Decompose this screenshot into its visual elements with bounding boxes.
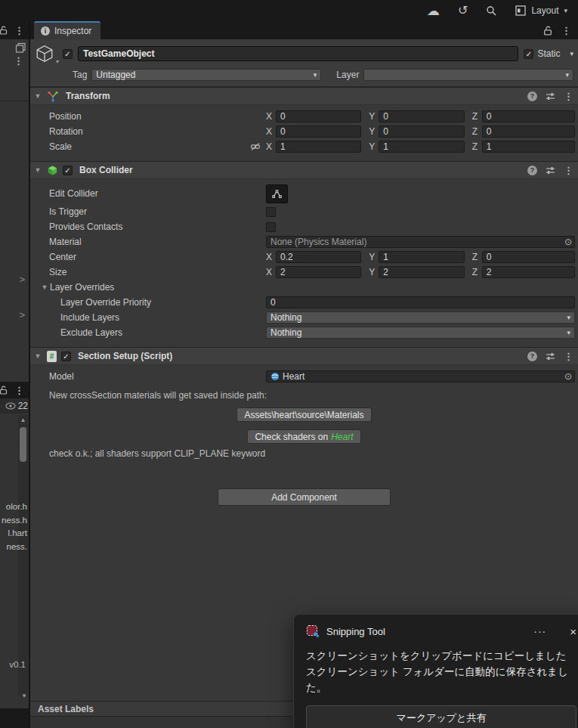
model-icon <box>270 372 280 381</box>
component-enabled-checkbox[interactable]: ✓ <box>61 352 71 361</box>
scrollbar-up-icon[interactable]: ▲ <box>18 417 28 423</box>
layer-overrides-foldout[interactable]: ▼ Layer Overrides <box>30 280 578 295</box>
presets-icon[interactable] <box>546 91 555 101</box>
is-trigger-checkbox[interactable] <box>266 207 276 217</box>
size-row: Size X2 Y2 Z2 <box>30 265 578 280</box>
static-toggle[interactable]: ✓ Static <box>524 48 560 59</box>
tag-dropdown[interactable]: Untagged ▾ <box>91 69 321 81</box>
box-collider-header[interactable]: ▼ ✓ Box Collider ? ⋮ <box>30 161 578 179</box>
section-setup-header[interactable]: ▼ # ✓ Section Setup (Script) ? ⋮ <box>30 347 578 365</box>
close-icon[interactable]: × <box>570 625 576 638</box>
transform-header[interactable]: ▼ Transform ? ⋮ <box>30 87 578 105</box>
list-item[interactable]: ness.h <box>0 514 27 528</box>
static-flags-dropdown-icon[interactable]: ▾ <box>570 50 573 57</box>
foldout-open-icon[interactable]: ▼ <box>33 166 42 174</box>
kebab-menu-icon[interactable]: ⋮ <box>564 91 573 101</box>
presets-icon[interactable] <box>546 352 555 361</box>
center-x-field[interactable]: 0.2 <box>276 251 361 263</box>
kebab-menu-icon[interactable]: ⋮ <box>564 352 573 361</box>
pop-out-icon[interactable] <box>15 42 26 54</box>
check-shaders-button[interactable]: Check shaders on Heart <box>247 429 360 444</box>
rotation-x-field[interactable]: 0 <box>276 125 361 138</box>
size-y-field[interactable]: 2 <box>379 266 464 278</box>
markup-and-share-button[interactable]: マークアップと共有 <box>306 705 576 728</box>
rotation-y-field[interactable]: 0 <box>379 125 464 138</box>
scale-z-field[interactable]: 1 <box>482 141 575 153</box>
layer-override-priority-field[interactable]: 0 <box>266 296 575 308</box>
kebab-menu-icon[interactable]: ⋮ <box>561 26 571 36</box>
foldout-open-icon[interactable]: ▼ <box>33 92 42 100</box>
eye-icon[interactable] <box>5 402 16 410</box>
help-icon[interactable]: ? <box>527 166 537 175</box>
object-picker-icon[interactable]: ⊙ <box>564 372 572 381</box>
kebab-menu-icon[interactable]: ⋮ <box>564 166 573 175</box>
axis-label: Y <box>369 111 379 122</box>
help-icon[interactable]: ? <box>527 352 537 361</box>
component-enabled-checkbox[interactable]: ✓ <box>63 166 73 175</box>
edit-collider-button[interactable] <box>266 184 288 203</box>
history-icon[interactable]: ↺ <box>458 5 468 17</box>
presets-icon[interactable] <box>546 166 555 175</box>
left-panel-tabbar: ⋮ <box>0 21 29 39</box>
scrollbar-thumb[interactable] <box>20 427 26 462</box>
kebab-menu-icon[interactable]: ⋮ <box>14 56 23 66</box>
list-item[interactable]: l.hart <box>0 527 27 541</box>
gameobject-cube-icon[interactable]: ▾ <box>35 44 57 64</box>
more-options-icon[interactable]: ··· <box>533 625 546 637</box>
list-item[interactable]: olor.h <box>0 500 27 514</box>
center-z-field[interactable]: 0 <box>482 251 575 263</box>
layer-overrides-label: Layer Overrides <box>50 282 114 293</box>
position-z-field[interactable]: 0 <box>482 110 575 122</box>
center-y-field[interactable]: 1 <box>379 251 464 263</box>
layer-dropdown[interactable]: ▾ <box>363 69 573 81</box>
kebab-menu-icon[interactable]: ⋮ <box>14 386 24 395</box>
property-label: Layer Override Priority <box>60 297 266 308</box>
search-icon[interactable] <box>486 5 497 17</box>
scale-x-field[interactable]: 1 <box>276 141 361 153</box>
size-x-field[interactable]: 2 <box>276 266 361 278</box>
list-item[interactable]: ness. <box>0 541 27 554</box>
info-icon: i <box>41 26 50 36</box>
object-picker-icon[interactable]: ⊙ <box>564 237 572 246</box>
gameobject-active-checkbox[interactable]: ✓ <box>63 49 73 59</box>
static-checkbox[interactable]: ✓ <box>524 49 533 59</box>
position-y-field[interactable]: 0 <box>379 110 464 122</box>
foldout-open-icon[interactable]: ▼ <box>33 352 42 360</box>
lock-open-icon[interactable] <box>543 26 552 36</box>
axis-label: Z <box>472 111 482 122</box>
tab-inspector[interactable]: i Inspector <box>34 21 100 39</box>
axis-label: X <box>266 126 276 137</box>
lock-open-icon[interactable] <box>0 386 8 395</box>
rotation-row: Rotation X0 Y0 Z0 <box>30 124 578 139</box>
scrollbar-down-icon[interactable]: ▼ <box>21 692 27 699</box>
property-label: Size <box>49 267 266 277</box>
model-object-field[interactable]: Heart ⊙ <box>266 370 575 383</box>
layout-dropdown[interactable]: Layout ▾ <box>515 5 567 16</box>
add-component-button[interactable]: Add Component <box>218 488 391 506</box>
provides-contacts-checkbox[interactable] <box>266 222 276 232</box>
left-panel-edge: ⋮ ⋮ > > ⋮ 22 ▲ olor.h ness.h l.hart <box>0 21 29 728</box>
property-label: Edit Collider <box>49 188 266 199</box>
left-panel-bottom <box>0 708 29 728</box>
scale-y-field[interactable]: 1 <box>379 141 464 153</box>
rotation-z-field[interactable]: 0 <box>482 125 575 138</box>
gameobject-name-field[interactable]: TestGameObject <box>78 46 518 61</box>
script-icon: # <box>47 351 57 362</box>
scrollbar[interactable]: ▲ <box>18 415 28 696</box>
include-layers-dropdown[interactable]: Nothing ▾ <box>266 311 575 324</box>
size-z-field[interactable]: 2 <box>482 266 575 278</box>
chevron-right-icon[interactable]: > <box>19 309 25 321</box>
material-object-field[interactable]: None (Physics Material) ⊙ <box>266 236 575 248</box>
materials-path-button[interactable]: Assets\heart\source\Materials <box>236 407 371 422</box>
lock-open-icon[interactable] <box>0 26 8 35</box>
unlinked-scale-icon[interactable] <box>250 142 261 151</box>
kebab-menu-icon[interactable]: ⋮ <box>14 26 24 36</box>
cloud-icon[interactable]: ☁ <box>427 5 440 17</box>
chevron-down-icon: ▾ <box>567 314 570 321</box>
position-row: Position X0 Y0 Z0 <box>30 109 578 124</box>
exclude-layers-dropdown[interactable]: Nothing ▾ <box>266 327 575 339</box>
position-x-field[interactable]: 0 <box>276 110 361 122</box>
property-label: Provides Contacts <box>49 221 266 232</box>
help-icon[interactable]: ? <box>527 91 537 101</box>
chevron-right-icon[interactable]: > <box>19 274 25 285</box>
